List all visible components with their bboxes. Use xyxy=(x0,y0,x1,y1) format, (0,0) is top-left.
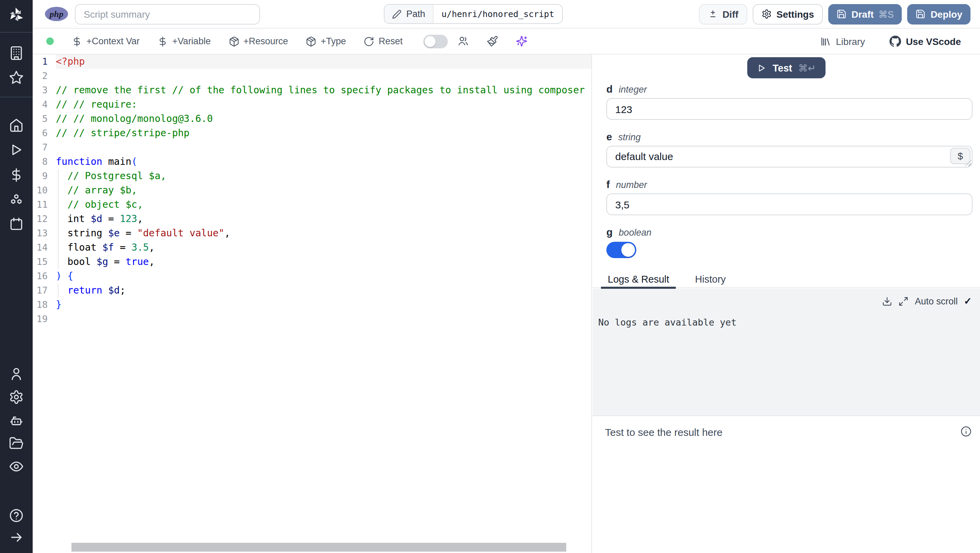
user-icon[interactable] xyxy=(9,367,24,381)
path-edit-segment: Path xyxy=(385,5,434,23)
settings-gear-icon[interactable] xyxy=(9,390,24,405)
insert-variable-button[interactable]: $ xyxy=(950,148,970,164)
add-context-var-label: +Context Var xyxy=(86,36,140,46)
resources-boxes-icon[interactable] xyxy=(9,192,24,207)
php-badge-label: php xyxy=(50,8,63,19)
field-f-name: f xyxy=(606,180,610,189)
test-button[interactable]: Test ⌘↵ xyxy=(748,57,826,78)
dollar-icon xyxy=(72,36,82,47)
settings-button[interactable]: Settings xyxy=(753,4,823,24)
favorites-star-icon[interactable] xyxy=(9,70,24,85)
path-label: Path xyxy=(406,9,425,19)
no-logs-message: No logs are available yet xyxy=(598,317,737,328)
field-d-name: d xyxy=(606,84,612,94)
save-icon xyxy=(837,9,846,19)
test-button-row: Test ⌘↵ xyxy=(593,57,980,78)
sidebar-divider xyxy=(0,97,33,97)
reset-label: Reset xyxy=(379,36,403,46)
download-logs-icon[interactable] xyxy=(882,296,892,306)
ai-assistant-button[interactable] xyxy=(515,35,527,47)
code-line: 7 xyxy=(33,140,592,155)
autoscroll-label: Auto scroll xyxy=(915,296,958,306)
save-icon xyxy=(916,9,926,19)
run-panel: Test ⌘↵ d integer e string $ xyxy=(593,54,980,553)
field-f-type: number xyxy=(616,180,647,190)
package-icon xyxy=(228,36,239,47)
test-label: Test xyxy=(773,62,792,73)
field-e-name: e xyxy=(606,132,612,142)
code-line: 17 return $d; xyxy=(33,283,592,298)
reset-icon xyxy=(364,36,375,47)
code-line: 13 string $e = "default value", xyxy=(33,226,592,241)
workspace-building-icon[interactable] xyxy=(9,46,24,61)
script-path-control[interactable]: Path u/henri/honored_script xyxy=(384,4,563,24)
diff-button[interactable]: Diff xyxy=(698,4,747,24)
library-icon xyxy=(821,36,831,47)
settings-label: Settings xyxy=(776,8,814,19)
audit-eye-icon[interactable] xyxy=(9,459,24,474)
dollar-icon xyxy=(157,36,168,47)
field-g: g boolean xyxy=(606,228,972,261)
field-e-type: string xyxy=(618,133,641,142)
topbar-actions: Diff Settings Draft ⌘S Deploy xyxy=(698,4,970,24)
code-line: 3// remove the first // of the following… xyxy=(33,83,592,97)
field-d-input[interactable] xyxy=(606,98,972,120)
workers-bot-icon[interactable] xyxy=(9,413,24,429)
code-line: 12 int $d = 123, xyxy=(33,212,592,226)
code-line: 15 bool $g = true, xyxy=(33,255,592,269)
add-type-label: +Type xyxy=(321,36,346,46)
schedules-calendar-icon[interactable] xyxy=(9,217,24,231)
home-icon[interactable] xyxy=(9,118,24,133)
expand-logs-icon[interactable] xyxy=(898,296,908,306)
editor-horizontal-scrollbar[interactable] xyxy=(72,543,566,551)
windmill-logo-icon[interactable] xyxy=(8,6,25,24)
draft-button[interactable]: Draft ⌘S xyxy=(828,4,902,24)
format-code-button[interactable] xyxy=(486,35,498,47)
editor-toolbar: +Context Var +Variable +Resource +Type R… xyxy=(33,29,980,54)
code-line: 9 // Postgresql $a, xyxy=(33,169,592,183)
field-f-input[interactable] xyxy=(606,193,972,215)
toolbar-right: Library Use VScode xyxy=(821,35,961,47)
library-button[interactable]: Library xyxy=(821,36,865,47)
toggle-knob xyxy=(424,36,435,47)
result-tabs: Logs & Result History xyxy=(593,272,980,288)
github-icon xyxy=(889,35,901,47)
multiplayer-button[interactable] xyxy=(457,35,469,47)
assistant-toggle[interactable] xyxy=(423,34,447,48)
library-label: Library xyxy=(836,36,865,47)
play-icon xyxy=(757,63,767,73)
help-icon[interactable] xyxy=(9,508,24,523)
folders-icon[interactable] xyxy=(9,436,24,451)
deploy-button[interactable]: Deploy xyxy=(907,4,970,24)
info-icon[interactable] xyxy=(960,426,972,437)
add-variable-button[interactable]: +Variable xyxy=(157,36,211,47)
field-g-toggle[interactable] xyxy=(606,242,636,258)
tab-history[interactable]: History xyxy=(688,272,733,287)
use-vscode-button[interactable]: Use VScode xyxy=(889,35,961,47)
variables-dollar-icon[interactable] xyxy=(9,167,24,183)
field-d: d integer xyxy=(606,84,972,120)
diff-label: Diff xyxy=(722,8,738,19)
add-resource-button[interactable]: +Resource xyxy=(228,36,288,47)
expand-sidebar-arrow-icon[interactable] xyxy=(9,530,24,545)
add-type-button[interactable]: +Type xyxy=(306,36,346,47)
code-editor[interactable]: 1<?php23// remove the first // of the fo… xyxy=(33,54,592,553)
field-f: f number xyxy=(606,180,972,215)
code-line: 19 xyxy=(33,312,592,326)
autoscroll-checkbox[interactable]: ✓ xyxy=(964,296,972,306)
add-context-var-button[interactable]: +Context Var xyxy=(72,36,140,47)
code-line: 11 // object $c, xyxy=(33,198,592,212)
runs-play-icon[interactable] xyxy=(9,142,24,157)
code-line: 16) { xyxy=(33,269,592,283)
reset-button[interactable]: Reset xyxy=(364,36,403,47)
tab-logs-result[interactable]: Logs & Result xyxy=(601,272,676,287)
diff-icon xyxy=(708,9,718,19)
test-shortcut: ⌘↵ xyxy=(798,62,816,73)
sparkles-icon xyxy=(515,35,527,47)
script-summary-input[interactable] xyxy=(75,4,260,24)
deploy-label: Deploy xyxy=(931,8,962,19)
result-placeholder: Test to see the result here xyxy=(605,426,722,438)
code-line: 2 xyxy=(33,69,592,83)
field-e: e string $ xyxy=(606,132,972,167)
field-e-input[interactable] xyxy=(606,146,972,167)
